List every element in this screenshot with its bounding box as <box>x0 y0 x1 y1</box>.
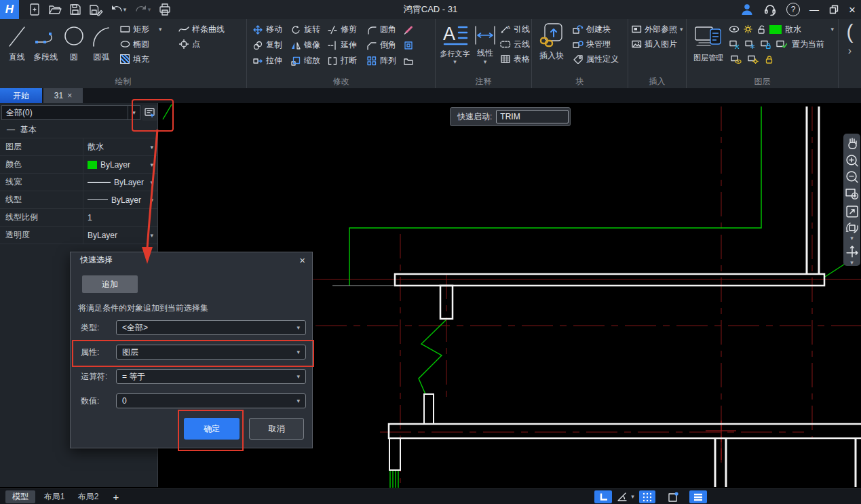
layer-manager-button[interactable]: 图层管理 <box>691 22 726 76</box>
explode-tool[interactable] <box>403 54 421 69</box>
point-tool[interactable]: 点 <box>178 37 245 52</box>
redo-button[interactable]: ▾ <box>132 2 153 17</box>
line-tool[interactable]: 直线 <box>3 22 31 76</box>
ortho-mode-button[interactable] <box>594 490 612 503</box>
hatch-tool[interactable]: 填充 <box>119 52 178 66</box>
insert-image-tool[interactable]: 插入图片 <box>631 37 685 52</box>
create-block-tool[interactable]: 创建块 <box>573 22 619 37</box>
orbit-dropdown-arrow[interactable]: ▾ <box>850 235 854 241</box>
tab-close-icon[interactable]: × <box>67 91 72 100</box>
layer-lock-icon[interactable] <box>760 39 771 49</box>
tab-layout2[interactable]: 布局2 <box>73 490 103 503</box>
move-tool[interactable]: 移动 <box>252 22 290 37</box>
prop-row-ltscale[interactable]: 线型比例 1 <box>0 209 157 227</box>
collapse-icon[interactable]: — <box>7 125 15 134</box>
set-current-label[interactable]: 置为当前 <box>792 39 824 50</box>
chamfer-tool[interactable]: 倒角 <box>366 38 403 53</box>
value-dropdown[interactable]: 0▾ <box>116 393 306 408</box>
orbit-icon[interactable] <box>845 220 860 235</box>
offset-tool[interactable] <box>403 38 421 53</box>
prop-row-lineweight[interactable]: 线宽 ByLayer▾ <box>0 174 157 191</box>
append-tab[interactable]: 追加 <box>82 275 138 293</box>
operator-dropdown[interactable]: = 等于▾ <box>116 369 306 384</box>
layer-unlock-yellow-icon[interactable] <box>764 54 774 64</box>
rotate-tool[interactable]: 旋转 <box>290 22 327 37</box>
mtext-tool[interactable]: A 多行文字 ▾ <box>438 22 472 76</box>
open-file-button[interactable] <box>46 2 64 17</box>
close-button[interactable]: × <box>849 4 856 16</box>
print-button[interactable] <box>156 2 174 17</box>
user-account-icon[interactable] <box>740 3 754 16</box>
quick-select-button[interactable] <box>142 105 157 121</box>
array-tool[interactable]: 阵列 <box>366 54 403 69</box>
tab-start[interactable]: 开始 <box>0 88 42 103</box>
save-as-button[interactable] <box>87 2 104 17</box>
leader-tool[interactable]: A 引线 <box>500 22 530 37</box>
prop-row-color[interactable]: 颜色 ByLayer▾ <box>0 156 157 174</box>
layer-sun-icon[interactable] <box>743 24 753 34</box>
linear-dim-tool[interactable]: 线性 ▾ <box>472 22 499 76</box>
help-icon[interactable]: ? <box>786 3 800 16</box>
block-manager-tool[interactable]: 块管理 <box>573 37 619 52</box>
undo-button[interactable]: ▾ <box>107 2 129 17</box>
circle-tool[interactable]: 圆 <box>60 22 88 76</box>
layer-color-swatch[interactable] <box>769 25 782 34</box>
insert-block-tool[interactable]: 插入块 <box>535 22 569 76</box>
save-button[interactable] <box>66 2 84 17</box>
move-view-dropdown-arrow[interactable]: ▾ <box>850 260 854 266</box>
polar-tracking-button[interactable]: ▾ <box>614 490 637 503</box>
selection-filter-dropdown[interactable]: 全部(0) ▾ <box>1 105 140 120</box>
quick-launch-input[interactable]: TRIM <box>496 110 569 123</box>
current-layer-name[interactable]: 散水 <box>785 24 827 35</box>
zoom-out-icon[interactable] <box>845 170 860 186</box>
move-view-icon[interactable] <box>845 244 860 259</box>
scale-tool[interactable]: 缩放 <box>290 54 327 69</box>
zoom-window-icon[interactable] <box>845 187 860 203</box>
type-dropdown[interactable]: <全部>▾ <box>116 320 306 335</box>
eraser-tool[interactable] <box>403 22 421 37</box>
spline-tool[interactable]: 样条曲线 <box>178 22 245 37</box>
copy-tool[interactable]: 复制 <box>252 38 290 53</box>
set-current-layer-icon[interactable] <box>776 39 787 49</box>
layer-dropdown-arrow[interactable]: ▾ <box>830 26 834 33</box>
zoom-in-icon[interactable] <box>845 153 860 170</box>
attr-def-tool[interactable]: 属性定义 <box>573 52 619 66</box>
ribbon-expand-chevron[interactable]: › <box>848 45 852 57</box>
extend-tool[interactable]: 延伸 <box>327 38 366 53</box>
osnap-button[interactable] <box>665 490 681 503</box>
prop-row-linetype[interactable]: 线型 ByLayer▾ <box>0 191 157 209</box>
dialog-close-icon[interactable]: × <box>299 254 305 266</box>
new-file-button[interactable] <box>26 2 43 17</box>
fillet-tool[interactable]: 圆角 <box>366 22 403 37</box>
layer-visible-eye-icon[interactable] <box>729 25 740 33</box>
tab-layout1[interactable]: 布局1 <box>39 490 69 503</box>
revcloud-tool[interactable]: 云线 <box>500 37 530 52</box>
layer-thaw-yellow-icon[interactable] <box>747 54 759 64</box>
break-tool[interactable]: 打断 <box>327 54 366 69</box>
layer-off-icon[interactable] <box>729 39 740 49</box>
polyline-tool[interactable]: 多段线 <box>31 22 60 76</box>
filter-dropdown-arrow[interactable]: ▾ <box>128 106 140 119</box>
lineweight-display-button[interactable] <box>689 490 707 503</box>
xref-tool[interactable]: 外部参照▾ <box>631 22 685 37</box>
prop-row-layer[interactable]: 图层 散水▾ <box>0 138 157 156</box>
support-headset-icon[interactable] <box>763 3 777 16</box>
rectangle-tool[interactable]: 矩形▾ <box>119 22 178 37</box>
grid-snap-button[interactable] <box>639 490 655 503</box>
prop-row-transparency[interactable]: 透明度 ByLayer▾ <box>0 227 157 244</box>
table-tool[interactable]: 表格 <box>500 52 530 66</box>
zoom-extents-icon[interactable] <box>845 203 860 220</box>
new-layout-tab-icon[interactable]: + <box>109 490 123 503</box>
pan-hand-icon[interactable] <box>845 136 860 153</box>
property-dropdown[interactable]: 图层▾ <box>116 345 306 360</box>
ok-button[interactable]: 确定 <box>184 418 240 440</box>
cancel-button[interactable]: 取消 <box>249 418 304 440</box>
trim-tool[interactable]: 修剪 <box>327 22 366 37</box>
app-logo[interactable]: H <box>0 0 19 19</box>
layer-on-yellow-icon[interactable] <box>730 54 742 64</box>
mirror-tool[interactable]: 镜像 <box>290 38 327 53</box>
tab-model[interactable]: 模型 <box>5 490 35 503</box>
restore-button[interactable] <box>828 4 839 15</box>
layer-freeze-icon[interactable] <box>744 39 755 49</box>
ellipse-tool[interactable]: 椭圆 <box>119 37 178 52</box>
